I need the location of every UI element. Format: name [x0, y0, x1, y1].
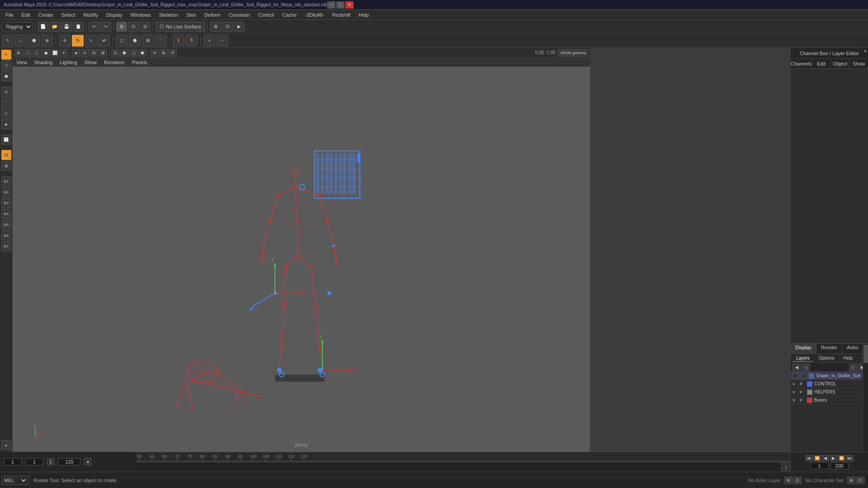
tool-4[interactable]: ⊟4 — [1, 209, 11, 219]
layer-tab-render[interactable]: Render — [816, 344, 842, 353]
channel-box-close-btn[interactable]: ✕ — [863, 49, 867, 54]
obj-mode-btn[interactable]: ⊡ — [128, 22, 139, 32]
menu-constrain[interactable]: Constrain — [225, 11, 254, 19]
soft-select2-btn[interactable]: ⬢ — [129, 35, 141, 47]
layer-tool[interactable]: ⊡ — [1, 150, 11, 160]
layer-sub-help[interactable]: Help — [840, 355, 856, 361]
lasso-select-btn[interactable]: ⌓ — [15, 35, 27, 47]
max-frame-input[interactable] — [830, 462, 849, 469]
layer-row-helpers[interactable]: V P HELPERS — [791, 388, 868, 396]
vp-isolate-btn[interactable]: ⊡ — [111, 49, 119, 56]
vp-sel-btn[interactable]: ⊙ — [81, 49, 89, 56]
tool-5[interactable]: ⊟5 — [1, 220, 11, 230]
cb-tab-channels[interactable]: Channels — [791, 59, 812, 68]
select-mode-btn[interactable]: ⊞ — [116, 22, 127, 32]
open-scene-btn[interactable]: 📂 — [49, 22, 60, 32]
vp-tex-btn[interactable]: ⬜ — [51, 49, 59, 56]
comp-mode-btn[interactable]: ⊟ — [140, 22, 151, 32]
current-frame-input[interactable] — [4, 458, 22, 465]
layer-prev2-btn[interactable]: ◁ — [802, 364, 810, 371]
tool-7[interactable]: ⊟7 — [1, 241, 11, 251]
maximize-button[interactable]: □ — [336, 1, 344, 9]
frame-end-input[interactable] — [58, 458, 80, 465]
menu-help[interactable]: Help — [355, 11, 373, 19]
menu-control[interactable]: Control — [255, 11, 278, 19]
vp-bb-btn[interactable]: ⬢ — [120, 49, 128, 56]
layer-scroll-thumb[interactable] — [863, 345, 868, 363]
menu-windows[interactable]: Windows — [127, 11, 155, 19]
menu-file[interactable]: File — [2, 11, 17, 19]
goto-start-btn[interactable]: ⏮ — [806, 455, 813, 461]
redo-btn[interactable]: ↪ — [100, 22, 111, 32]
plus-btn[interactable]: + — [203, 35, 215, 47]
grid-btn[interactable]: ⊞ — [210, 22, 221, 32]
menu-select[interactable]: Select — [58, 11, 79, 19]
paint-select-btn[interactable]: ⬟ — [28, 35, 40, 47]
create-tool[interactable]: ⬜ — [1, 135, 11, 145]
vp-motion-btn[interactable]: ↺ — [169, 49, 177, 56]
layer-tab-display[interactable]: Display — [791, 344, 816, 353]
vp-menu-shading[interactable]: Shading — [34, 60, 52, 65]
vp-lit-btn[interactable]: ☀ — [60, 49, 68, 56]
man2-btn[interactable]: 🏃 — [186, 35, 198, 47]
tool-2[interactable]: ⊟2 — [1, 187, 11, 197]
menu-redshift[interactable]: Redshift — [329, 11, 354, 19]
rotate-tool-btn[interactable]: ↻ — [72, 35, 84, 47]
layer-prev-btn[interactable]: ◀ — [793, 364, 801, 371]
layer-sub-layers[interactable]: Layers — [793, 355, 813, 361]
select-tool[interactable]: ↖ — [1, 50, 11, 60]
vp-menu-lighting[interactable]: Lighting — [60, 60, 77, 65]
layer-header-p[interactable] — [801, 373, 807, 379]
move-select-btn[interactable]: ⊕ — [41, 35, 53, 47]
cb-tab-edit[interactable]: Edit — [812, 59, 831, 68]
play-back-btn[interactable]: ◀ — [822, 455, 829, 461]
man1-btn[interactable]: 🚶 — [173, 35, 184, 47]
script-type-select[interactable]: MEL Python — [2, 476, 28, 485]
sculpt-tool[interactable]: ⊙ — [1, 87, 11, 97]
close-button[interactable]: ✕ — [345, 1, 354, 9]
layer-row-bones[interactable]: V P Bones — [791, 396, 868, 404]
color-space-btn[interactable]: sRGB gamma — [558, 49, 588, 56]
vp-wire-btn[interactable]: ⬡ — [33, 49, 41, 56]
vp-menu-view[interactable]: View — [16, 60, 27, 65]
layer-next2-btn[interactable]: ▷ — [849, 364, 857, 371]
minimize-button[interactable]: ─ — [327, 1, 335, 9]
ep-tool[interactable]: ◈ — [1, 119, 11, 129]
vp-smooth-btn[interactable]: ⬣ — [138, 49, 146, 56]
select-tool-btn[interactable]: ↖ — [2, 35, 14, 47]
menu-deform[interactable]: Deform — [201, 11, 224, 19]
layer-header-v[interactable] — [793, 373, 799, 379]
vp-bones-btn[interactable]: ⊠ — [99, 49, 107, 56]
menu-cache[interactable]: Cache — [278, 11, 300, 19]
layer-sub-options[interactable]: Options — [815, 355, 838, 361]
live-surface-btn[interactable]: ⬡ No Live Surface — [156, 22, 205, 32]
range-end-frame-input[interactable] — [811, 462, 829, 469]
layer-tab-anim[interactable]: Anim — [842, 344, 863, 353]
mode-selector[interactable]: Rigging — [2, 22, 33, 31]
menu-3dtoall[interactable]: -3DtoAll- — [301, 11, 328, 19]
layer2-tool[interactable]: ⊞ — [1, 161, 11, 171]
new-scene-btn[interactable]: 📄 — [38, 22, 48, 32]
snap-grid-btn[interactable]: ⊞ — [142, 35, 154, 47]
tool-3[interactable]: ⊟3 — [1, 198, 11, 208]
save-scene-btn[interactable]: 💾 — [61, 22, 72, 32]
char-set-btn1[interactable]: ⊞ — [847, 477, 855, 484]
minus-btn[interactable]: − — [217, 35, 228, 47]
tool-6[interactable]: ⊟6 — [1, 230, 11, 240]
playback-options-btn[interactable]: ▾ — [84, 458, 91, 465]
snap-btn[interactable]: ⊡ — [222, 22, 233, 32]
vp-toggle-btn[interactable]: ⊞ — [14, 49, 23, 56]
anim-layer-btn1[interactable]: ⊞ — [784, 477, 793, 484]
save-as-btn[interactable]: 📋 — [73, 22, 84, 32]
cb-tab-object[interactable]: Object — [831, 59, 850, 68]
paint-tool[interactable]: ⬡ — [1, 61, 11, 70]
scale-tool-btn[interactable]: ⤡ — [85, 35, 97, 47]
cb-tab-show[interactable]: Show — [849, 59, 868, 68]
tool-1[interactable]: ⊟1 — [1, 176, 11, 186]
play-fwd-btn[interactable]: ▶ — [830, 455, 837, 461]
range-start-input[interactable] — [25, 458, 43, 465]
step-back-btn[interactable]: ⏪ — [814, 455, 821, 461]
vp-shaded-btn[interactable]: ◼ — [42, 49, 50, 56]
vp-menu-panels[interactable]: Panels — [132, 60, 147, 65]
menu-edit[interactable]: Edit — [18, 11, 34, 19]
